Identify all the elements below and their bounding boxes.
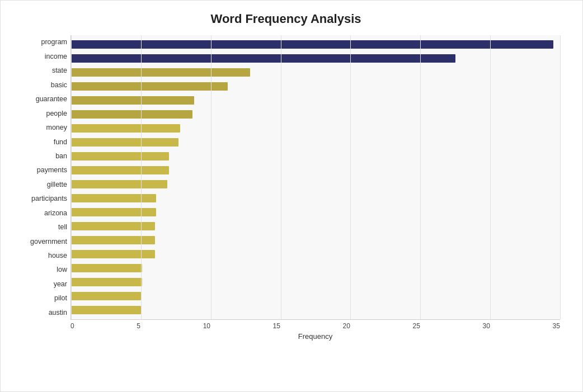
y-label: fund bbox=[12, 139, 67, 146]
chart-area: programincomestatebasicguaranteepeoplemo… bbox=[12, 35, 560, 337]
y-label: low bbox=[12, 266, 67, 273]
chart-container: Word Frequency Analysis programincomesta… bbox=[0, 0, 583, 392]
bar-row bbox=[71, 135, 560, 149]
y-label: participants bbox=[12, 195, 67, 202]
bar-row bbox=[71, 261, 560, 275]
bar-tell bbox=[71, 222, 155, 230]
grid-line bbox=[350, 35, 351, 319]
x-tick-labels: 05101520253035 bbox=[70, 320, 560, 330]
y-label: gillette bbox=[12, 181, 67, 188]
bar-payments bbox=[71, 166, 169, 174]
y-label: program bbox=[12, 39, 67, 46]
x-tick-label: 25 bbox=[413, 322, 420, 330]
bar-income bbox=[71, 54, 455, 62]
bar-row bbox=[71, 51, 560, 65]
y-label: state bbox=[12, 67, 67, 74]
bar-row bbox=[71, 275, 560, 289]
grid-line bbox=[71, 35, 72, 319]
bar-row bbox=[71, 191, 560, 205]
bar-row bbox=[71, 149, 560, 163]
bar-gillette bbox=[71, 180, 167, 188]
x-tick-label: 5 bbox=[137, 322, 140, 330]
bar-row bbox=[71, 163, 560, 177]
bar-ban bbox=[71, 152, 169, 160]
bar-rows bbox=[71, 35, 560, 319]
bar-pilot bbox=[71, 292, 141, 300]
y-label: pilot bbox=[12, 295, 67, 302]
plot-area bbox=[70, 35, 560, 320]
bar-people bbox=[71, 110, 192, 118]
y-label: year bbox=[12, 281, 67, 288]
bars-wrapper: programincomestatebasicguaranteepeoplemo… bbox=[12, 35, 560, 320]
bar-row bbox=[71, 177, 560, 191]
grid-line bbox=[560, 35, 561, 319]
grid-line bbox=[211, 35, 211, 319]
bar-row bbox=[71, 121, 560, 135]
bar-guarantee bbox=[71, 96, 194, 104]
y-label: people bbox=[12, 110, 67, 117]
y-label: income bbox=[12, 53, 67, 60]
chart-title: Word Frequency Analysis bbox=[12, 12, 560, 26]
y-label: guarantee bbox=[12, 96, 67, 103]
y-label: government bbox=[12, 238, 67, 245]
bar-row bbox=[71, 37, 560, 51]
bar-row bbox=[71, 219, 560, 233]
bar-year bbox=[71, 278, 142, 286]
bar-arizona bbox=[71, 208, 156, 216]
y-labels: programincomestatebasicguaranteepeoplemo… bbox=[12, 35, 70, 320]
bar-state bbox=[71, 68, 250, 76]
x-tick-label: 20 bbox=[343, 322, 350, 330]
bar-program bbox=[71, 40, 553, 48]
bar-money bbox=[71, 124, 180, 132]
bar-row bbox=[71, 233, 560, 247]
bar-government bbox=[71, 236, 155, 244]
bar-row bbox=[71, 289, 560, 303]
y-label: ban bbox=[12, 153, 67, 160]
x-axis-area: 05101520253035 Frequency bbox=[70, 320, 560, 337]
y-label: basic bbox=[12, 82, 67, 89]
y-label: austin bbox=[12, 309, 67, 317]
x-tick-label: 35 bbox=[553, 322, 560, 330]
bar-basic bbox=[71, 82, 228, 90]
y-label: arizona bbox=[12, 210, 67, 217]
y-label: money bbox=[12, 124, 67, 131]
bar-austin bbox=[71, 306, 141, 314]
grid-line bbox=[141, 35, 142, 319]
grid-line bbox=[420, 35, 421, 319]
bar-row bbox=[71, 205, 560, 219]
bar-fund bbox=[71, 138, 178, 146]
bar-row bbox=[71, 93, 560, 107]
bar-participants bbox=[71, 194, 156, 202]
y-label: tell bbox=[12, 224, 67, 231]
grid-line bbox=[281, 35, 281, 319]
x-tick-label: 15 bbox=[273, 322, 280, 330]
x-tick-label: 0 bbox=[70, 322, 74, 330]
bar-low bbox=[71, 264, 142, 272]
y-label: payments bbox=[12, 167, 67, 174]
x-tick-label: 30 bbox=[483, 322, 490, 330]
bar-row bbox=[71, 107, 560, 121]
x-axis-title: Frequency bbox=[70, 332, 560, 341]
bar-house bbox=[71, 250, 155, 258]
x-tick-label: 10 bbox=[203, 322, 210, 330]
bar-row bbox=[71, 65, 560, 79]
bar-row bbox=[71, 79, 560, 93]
y-label: house bbox=[12, 252, 67, 259]
bar-row bbox=[71, 303, 560, 317]
bar-row bbox=[71, 247, 560, 261]
grid-line bbox=[490, 35, 491, 319]
